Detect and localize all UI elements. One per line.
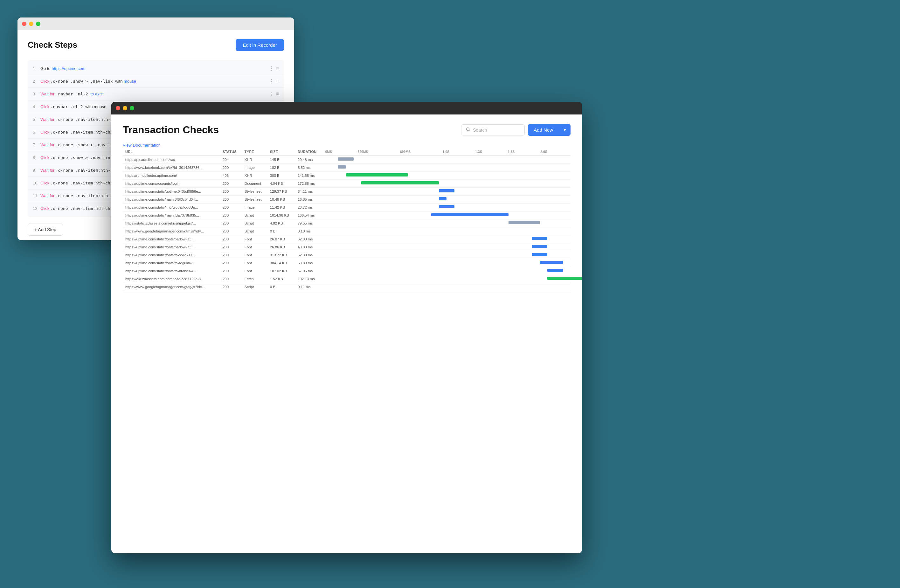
edit-recorder-button[interactable]: Edit in Recorder: [236, 39, 284, 51]
step-text: Wait for .navbar .ml-2 to exist: [40, 92, 269, 96]
step-part: with mouse: [85, 104, 106, 109]
table-row: https://uptime.com/static/img/global/log…: [123, 203, 571, 211]
step-number: 9: [33, 168, 40, 173]
add-new-label: Add New: [528, 124, 559, 136]
step-number: 7: [33, 143, 40, 147]
row-url: https://uptime.com/accounts/login: [123, 180, 220, 188]
step-part: Click: [40, 155, 51, 160]
step-number: 8: [33, 155, 40, 160]
row-duration: 57.06 ms: [295, 267, 323, 275]
row-size: 102 B: [267, 164, 295, 172]
transaction-checks-window: Transaction Checks Search Add New ▼: [111, 102, 582, 553]
step-drag-icon[interactable]: ≡: [276, 91, 279, 97]
step-part: Go to: [40, 66, 51, 71]
col-duration: DURATION: [295, 148, 323, 156]
row-size: 11.42 KB: [267, 203, 295, 211]
traffic-light-green-front[interactable]: [130, 106, 134, 110]
row-url: https://uptime.com/static/main.3f6f0cb4d…: [123, 195, 220, 203]
row-type: Font: [242, 267, 267, 275]
row-status: 200: [220, 211, 242, 219]
row-type: Script: [242, 211, 267, 219]
step-menu-icon[interactable]: ⋮: [269, 91, 274, 97]
row-size: 10.48 KB: [267, 195, 295, 203]
traffic-light-red-front[interactable]: [116, 106, 120, 110]
step-menu-icon[interactable]: ⋮: [269, 65, 274, 71]
step-part: Wait for: [40, 92, 56, 96]
row-type: Script: [242, 219, 267, 227]
traffic-light-yellow[interactable]: [29, 22, 33, 26]
row-type: XHR: [242, 156, 267, 164]
row-size: 107.02 KB: [267, 267, 295, 275]
step-part: Click: [40, 181, 51, 185]
row-duration: 29.48 ms: [295, 156, 323, 164]
row-url: https://uptime.com/static/fonts/fa-solid…: [123, 251, 220, 259]
row-timeline: [323, 243, 571, 251]
transaction-checks-content: Transaction Checks Search Add New ▼: [111, 115, 582, 553]
add-new-arrow[interactable]: ▼: [559, 125, 571, 135]
row-timeline: [323, 180, 571, 188]
row-duration: 166.54 ms: [295, 211, 323, 219]
row-status: 200: [220, 283, 242, 291]
row-status: 200: [220, 259, 242, 267]
row-duration: 5.52 ms: [295, 164, 323, 172]
view-docs-link[interactable]: View Documentation: [123, 143, 161, 147]
step-drag-icon[interactable]: ≡: [276, 78, 279, 84]
row-duration: 0.10 ms: [295, 227, 323, 235]
step-number: 11: [33, 193, 40, 198]
row-type: Stylesheet: [242, 188, 267, 195]
row-type: Image: [242, 203, 267, 211]
search-icon: [466, 127, 470, 133]
row-duration: 141.58 ms: [295, 172, 323, 180]
step-drag-icon[interactable]: ≡: [276, 65, 279, 71]
step-item: 1Go to https://uptime.com⋮≡: [28, 62, 284, 75]
row-type: Font: [242, 235, 267, 243]
row-url: https://uptime.com/static/fonts/fa-regul…: [123, 259, 220, 267]
row-timeline: [323, 227, 571, 235]
row-duration: 28.72 ms: [295, 203, 323, 211]
add-step-button[interactable]: + Add Step: [28, 223, 63, 236]
row-timeline: [323, 172, 571, 180]
step-number: 3: [33, 92, 40, 96]
check-steps-header: Check Steps Edit in Recorder: [28, 39, 284, 51]
timeline-bar: [338, 165, 346, 169]
step-part: .d-none .show > .nav-link: [51, 79, 115, 84]
row-timeline: [323, 283, 571, 291]
row-status: 200: [220, 188, 242, 195]
step-menu-icon[interactable]: ⋮: [269, 78, 274, 84]
table-header-row: URL STATUS TYPE SIZE DURATION 0ms 346ms …: [123, 148, 571, 156]
table-row: https://uptime.com/static/fonts/fa-brand…: [123, 267, 571, 275]
row-type: Script: [242, 283, 267, 291]
row-type: Font: [242, 243, 267, 251]
row-status: 200: [220, 275, 242, 283]
row-status: 200: [220, 235, 242, 243]
timeline-bar: [509, 221, 539, 224]
row-timeline: [323, 164, 571, 172]
step-part: .navbar .ml-2: [51, 104, 85, 109]
row-type: Font: [242, 259, 267, 267]
step-part: https://uptime.com: [51, 66, 85, 71]
row-type: Script: [242, 227, 267, 235]
step-item: 2Click .d-none .show > .nav-link with mo…: [28, 75, 284, 88]
search-box[interactable]: Search: [461, 124, 525, 135]
add-new-button[interactable]: Add New ▼: [528, 124, 571, 136]
traffic-light-red[interactable]: [22, 22, 26, 26]
row-status: 406: [220, 172, 242, 180]
step-part: mouse: [124, 79, 136, 84]
timeline-bar: [346, 173, 408, 177]
row-size: 4.04 KB: [267, 180, 295, 188]
step-part: .d-none .show > .nav-link: [56, 143, 121, 147]
table-row: https://rumcollector.uptime.com/406XHR30…: [123, 172, 571, 180]
row-timeline: [323, 259, 571, 267]
step-part: Click: [40, 104, 51, 109]
col-0ms: 0ms: [323, 148, 355, 156]
traffic-light-yellow-front[interactable]: [123, 106, 127, 110]
table-row: https://www.facebook.com/tr/?id=30142687…: [123, 164, 571, 172]
row-url: https://uptime.com/static/img/global/log…: [123, 203, 220, 211]
svg-line-1: [469, 130, 470, 132]
row-duration: 102.13 ms: [295, 275, 323, 283]
traffic-light-green[interactable]: [36, 22, 40, 26]
step-number: 12: [33, 206, 40, 211]
row-size: 0 B: [267, 227, 295, 235]
table-row: https://uptime.com/static/fonts/barlow-l…: [123, 235, 571, 243]
col-size: SIZE: [267, 148, 295, 156]
